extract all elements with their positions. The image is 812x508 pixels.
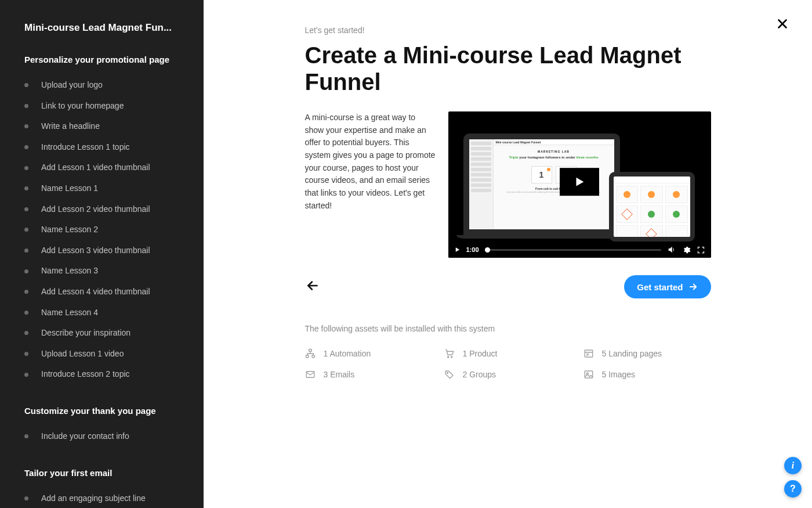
bullet-icon bbox=[24, 124, 28, 128]
asset-emails: 3 Emails bbox=[305, 369, 433, 380]
settings-button[interactable] bbox=[682, 246, 691, 254]
bullet-icon bbox=[24, 228, 28, 232]
gear-icon bbox=[682, 246, 691, 254]
svg-rect-0 bbox=[309, 350, 311, 352]
task-label: Upload Lesson 1 video bbox=[41, 348, 124, 360]
task-intro-lesson1[interactable]: Introduce Lesson 1 topic bbox=[24, 137, 188, 158]
task-label: Add Lesson 1 video thumbnail bbox=[41, 162, 150, 174]
task-upload-l1-video[interactable]: Upload Lesson 1 video bbox=[24, 344, 188, 365]
bullet-icon bbox=[24, 352, 28, 356]
task-upload-logo[interactable]: Upload your logo bbox=[24, 75, 188, 96]
task-add-l1-thumb[interactable]: Add Lesson 1 video thumbnail bbox=[24, 157, 188, 178]
svg-rect-8 bbox=[585, 371, 593, 378]
video-time: 1:00 bbox=[466, 246, 479, 253]
task-label: Add an engaging subject line bbox=[41, 493, 146, 505]
task-write-headline[interactable]: Write a headline bbox=[24, 116, 188, 137]
svg-point-4 bbox=[451, 356, 452, 358]
bullet-icon bbox=[24, 248, 28, 253]
video-seek-track[interactable] bbox=[485, 249, 661, 251]
back-button[interactable] bbox=[305, 278, 320, 296]
main-panel: Let's get started! Create a Mini-course … bbox=[204, 0, 812, 508]
bullet-icon bbox=[24, 207, 28, 211]
asset-product: 1 Product bbox=[444, 348, 572, 359]
task-add-l2-thumb[interactable]: Add Lesson 2 video thumbnail bbox=[24, 199, 188, 220]
task-label: Name Lesson 3 bbox=[41, 265, 98, 277]
task-label: Introduce Lesson 2 topic bbox=[41, 369, 130, 380]
bullet-icon bbox=[24, 434, 28, 438]
volume-icon bbox=[667, 245, 676, 254]
asset-label: 3 Emails bbox=[324, 370, 355, 379]
svg-rect-1 bbox=[306, 355, 309, 358]
sidebar-title: Mini-course Lead Magnet Fun... bbox=[24, 22, 188, 34]
task-label: Add Lesson 4 video thumbnail bbox=[41, 286, 150, 298]
task-add-l3-thumb[interactable]: Add Lesson 3 video thumbnail bbox=[24, 240, 188, 261]
video-controls: 1:00 bbox=[448, 242, 711, 258]
tablet-mockup bbox=[609, 172, 695, 242]
bullet-icon bbox=[24, 373, 28, 377]
section-heading-email: Tailor your first email bbox=[24, 468, 188, 478]
help-bubble[interactable]: ? bbox=[784, 480, 802, 498]
play-button[interactable] bbox=[560, 168, 599, 196]
eyebrow-text: Let's get started! bbox=[305, 26, 711, 35]
task-link-homepage[interactable]: Link to your homepage bbox=[24, 96, 188, 117]
video-play-small[interactable] bbox=[454, 246, 461, 253]
bullet-icon bbox=[24, 186, 28, 190]
task-subject-line[interactable]: Add an engaging subject line bbox=[24, 488, 188, 509]
close-button[interactable] bbox=[776, 17, 789, 33]
asset-label: 2 Groups bbox=[463, 370, 496, 379]
cta-label: Get started bbox=[637, 282, 683, 292]
task-label: Upload your logo bbox=[41, 80, 103, 91]
task-label: Add Lesson 3 video thumbnail bbox=[41, 245, 150, 257]
asset-images: 5 Images bbox=[583, 369, 711, 380]
task-label: Name Lesson 2 bbox=[41, 224, 98, 236]
screen-title: Mini-course Lead Magnet Funnel bbox=[496, 140, 541, 144]
task-intro-lesson2[interactable]: Introduce Lesson 2 topic bbox=[24, 364, 188, 385]
bullet-icon bbox=[24, 145, 28, 149]
task-label: Add Lesson 2 video thumbnail bbox=[41, 204, 150, 215]
task-name-l3[interactable]: Name Lesson 3 bbox=[24, 261, 188, 282]
assets-grid: 1 Automation 1 Product 5 Landing pages 3… bbox=[305, 348, 711, 380]
task-label: Name Lesson 4 bbox=[41, 307, 98, 319]
lab-title: MARKETING LAB bbox=[499, 150, 608, 153]
cart-icon bbox=[444, 348, 455, 359]
task-contact-info[interactable]: Include your contact info bbox=[24, 426, 188, 447]
page-title: Create a Mini-course Lead Magnet Funnel bbox=[305, 42, 711, 95]
svg-point-7 bbox=[447, 372, 448, 373]
get-started-button[interactable]: Get started bbox=[624, 275, 710, 298]
image-icon bbox=[583, 369, 594, 380]
page-icon bbox=[583, 348, 594, 359]
task-inspiration[interactable]: Describe your inspiration bbox=[24, 323, 188, 344]
volume-button[interactable] bbox=[667, 245, 676, 254]
close-icon bbox=[776, 17, 789, 30]
tag-icon bbox=[444, 369, 455, 380]
task-label: Write a headline bbox=[41, 121, 100, 132]
task-label: Introduce Lesson 1 topic bbox=[41, 142, 130, 153]
task-label: Include your contact info bbox=[41, 431, 129, 442]
asset-label: 1 Product bbox=[463, 349, 498, 358]
play-icon bbox=[573, 175, 586, 189]
fullscreen-button[interactable] bbox=[697, 246, 705, 254]
info-bubble[interactable]: i bbox=[784, 457, 802, 474]
help-stack: i ? bbox=[784, 457, 802, 498]
asset-automation: 1 Automation bbox=[305, 348, 433, 359]
task-name-l4[interactable]: Name Lesson 4 bbox=[24, 302, 188, 323]
bullet-icon bbox=[24, 496, 28, 500]
svg-point-3 bbox=[447, 356, 448, 358]
video-preview[interactable]: Mini-course Lead Magnet Funnel MARKETING… bbox=[448, 111, 711, 258]
task-name-l1[interactable]: Name Lesson 1 bbox=[24, 178, 188, 199]
task-label: Link to your homepage bbox=[41, 100, 124, 112]
section-heading-thankyou: Customize your thank you page bbox=[24, 406, 188, 416]
bullet-icon bbox=[24, 331, 28, 335]
fullscreen-icon bbox=[697, 246, 705, 254]
section-heading-promo: Personalize your promotional page bbox=[24, 55, 188, 64]
bullet-icon bbox=[24, 83, 28, 87]
automation-icon bbox=[305, 348, 316, 359]
play-small-icon bbox=[454, 246, 461, 253]
svg-rect-5 bbox=[585, 350, 593, 357]
task-label: Name Lesson 1 bbox=[41, 183, 98, 194]
task-add-l4-thumb[interactable]: Add Lesson 4 video thumbnail bbox=[24, 282, 188, 302]
task-name-l2[interactable]: Name Lesson 2 bbox=[24, 219, 188, 240]
asset-label: 1 Automation bbox=[324, 349, 371, 358]
arrow-left-icon bbox=[305, 278, 320, 293]
bullet-icon bbox=[24, 311, 28, 315]
